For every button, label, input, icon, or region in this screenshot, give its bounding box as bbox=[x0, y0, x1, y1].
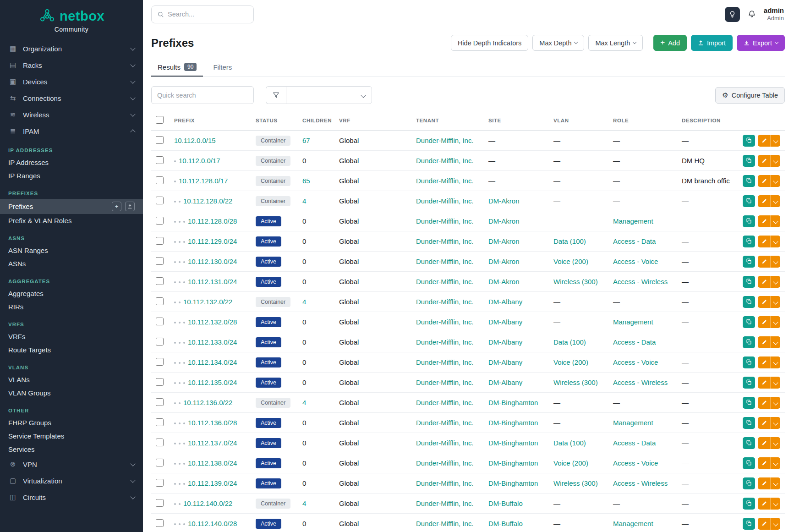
row-dropdown-button[interactable] bbox=[770, 256, 780, 268]
tenant-link[interactable]: Dunder-Mifflin, Inc. bbox=[416, 419, 474, 427]
column-header-vlan[interactable]: VLAN bbox=[549, 110, 608, 131]
role-link[interactable]: Management bbox=[613, 520, 653, 527]
role-link[interactable]: Access - Wireless bbox=[613, 479, 668, 487]
row-dropdown-button[interactable] bbox=[770, 417, 780, 429]
prefix-link[interactable]: 10.112.138.0/24 bbox=[188, 459, 237, 467]
clone-button[interactable] bbox=[743, 236, 755, 247]
site-link[interactable]: DM-Binghamton bbox=[488, 439, 538, 447]
filter-select[interactable] bbox=[286, 86, 372, 104]
tenant-link[interactable]: Dunder-Mifflin, Inc. bbox=[416, 338, 474, 346]
vlan-link[interactable]: Wireless (300) bbox=[553, 278, 598, 285]
clone-button[interactable] bbox=[743, 356, 755, 368]
vlan-link[interactable]: Data (100) bbox=[553, 338, 586, 346]
sidebar-item-aggregates[interactable]: Aggregates bbox=[0, 287, 143, 300]
role-link[interactable]: Management bbox=[613, 217, 653, 225]
sidebar-item-vlan-groups[interactable]: VLAN Groups bbox=[0, 386, 143, 400]
site-link[interactable]: DM-Akron bbox=[488, 278, 520, 285]
row-dropdown-button[interactable] bbox=[770, 175, 780, 187]
children-count-link[interactable]: 67 bbox=[302, 137, 310, 144]
edit-button[interactable] bbox=[758, 377, 770, 389]
row-dropdown-button[interactable] bbox=[770, 477, 780, 489]
row-select-checkbox[interactable] bbox=[156, 217, 164, 225]
site-link[interactable]: DM-Albany bbox=[488, 358, 522, 366]
clone-button[interactable] bbox=[743, 518, 755, 530]
edit-button[interactable] bbox=[758, 356, 770, 368]
row-select-checkbox[interactable] bbox=[156, 358, 164, 366]
role-link[interactable]: Access - Data bbox=[613, 338, 656, 346]
column-header-vrf[interactable]: VRF bbox=[334, 110, 411, 131]
row-dropdown-button[interactable] bbox=[770, 195, 780, 207]
row-select-checkbox[interactable] bbox=[156, 439, 164, 446]
tab-results[interactable]: Results 90 bbox=[151, 58, 203, 77]
edit-button[interactable] bbox=[758, 296, 770, 308]
site-link[interactable]: DM-Binghamton bbox=[488, 479, 538, 487]
site-link[interactable]: DM-Buffalo bbox=[488, 520, 523, 527]
role-link[interactable]: Management bbox=[613, 419, 653, 427]
site-link[interactable]: DM-Binghamton bbox=[488, 399, 538, 406]
column-header-children[interactable]: CHILDREN bbox=[298, 110, 334, 131]
edit-button[interactable] bbox=[758, 236, 770, 247]
prefix-link[interactable]: 10.112.139.0/24 bbox=[188, 479, 237, 487]
row-select-checkbox[interactable] bbox=[156, 297, 164, 305]
edit-button[interactable] bbox=[758, 437, 770, 449]
max-depth-dropdown[interactable]: Max Depth bbox=[532, 35, 584, 51]
tenant-link[interactable]: Dunder-Mifflin, Inc. bbox=[416, 157, 474, 165]
site-link[interactable]: DM-Akron bbox=[488, 237, 520, 245]
sidebar-item-route-targets[interactable]: Route Targets bbox=[0, 343, 143, 356]
import-button[interactable]: Import bbox=[691, 35, 733, 51]
edit-button[interactable] bbox=[758, 336, 770, 348]
sidebar-item-vpn[interactable]: ⊗ VPN bbox=[0, 456, 143, 472]
tenant-link[interactable]: Dunder-Mifflin, Inc. bbox=[416, 399, 474, 406]
clone-button[interactable] bbox=[743, 417, 755, 429]
column-header-site[interactable]: SITE bbox=[484, 110, 549, 131]
max-length-dropdown[interactable]: Max Length bbox=[588, 35, 643, 51]
vlan-link[interactable]: Data (100) bbox=[553, 439, 586, 447]
edit-button[interactable] bbox=[758, 316, 770, 328]
row-select-checkbox[interactable] bbox=[156, 499, 164, 507]
sidebar-item-wireless[interactable]: ≋ Wireless bbox=[0, 106, 143, 123]
tenant-link[interactable]: Dunder-Mifflin, Inc. bbox=[416, 298, 474, 306]
prefix-link[interactable]: 10.112.128.0/22 bbox=[183, 197, 232, 205]
prefix-link[interactable]: 10.112.132.0/22 bbox=[183, 298, 232, 306]
sidebar-add-prefix-button[interactable]: + bbox=[112, 202, 121, 211]
row-select-checkbox[interactable] bbox=[156, 156, 164, 164]
tenant-link[interactable]: Dunder-Mifflin, Inc. bbox=[416, 479, 474, 487]
notifications-button[interactable] bbox=[747, 10, 756, 19]
edit-button[interactable] bbox=[758, 175, 770, 187]
tenant-link[interactable]: Dunder-Mifflin, Inc. bbox=[416, 258, 474, 265]
tenant-link[interactable]: Dunder-Mifflin, Inc. bbox=[416, 439, 474, 447]
clone-button[interactable] bbox=[743, 397, 755, 409]
tenant-link[interactable]: Dunder-Mifflin, Inc. bbox=[416, 217, 474, 225]
edit-button[interactable] bbox=[758, 477, 770, 489]
column-header-description[interactable]: DESCRIPTION bbox=[677, 110, 730, 131]
column-header-tenant[interactable]: TENANT bbox=[411, 110, 484, 131]
prefix-link[interactable]: 10.112.135.0/24 bbox=[188, 378, 237, 386]
site-link[interactable]: DM-Binghamton bbox=[488, 459, 538, 467]
role-link[interactable]: Access - Voice bbox=[613, 459, 658, 467]
sidebar-item-vlans[interactable]: VLANs bbox=[0, 373, 143, 386]
prefix-link[interactable]: 10.112.140.0/22 bbox=[183, 499, 232, 507]
tenant-link[interactable]: Dunder-Mifflin, Inc. bbox=[416, 137, 474, 144]
row-select-checkbox[interactable] bbox=[156, 176, 164, 184]
row-select-checkbox[interactable] bbox=[156, 237, 164, 245]
row-dropdown-button[interactable] bbox=[770, 236, 780, 247]
row-select-checkbox[interactable] bbox=[156, 459, 164, 466]
export-dropdown[interactable]: Export bbox=[737, 35, 785, 51]
children-count-link[interactable]: 4 bbox=[302, 197, 306, 205]
row-select-checkbox[interactable] bbox=[156, 418, 164, 426]
edit-button[interactable] bbox=[758, 135, 770, 147]
tenant-link[interactable]: Dunder-Mifflin, Inc. bbox=[416, 177, 474, 185]
clone-button[interactable] bbox=[743, 477, 755, 489]
clone-button[interactable] bbox=[743, 377, 755, 389]
clone-button[interactable] bbox=[743, 498, 755, 510]
tenant-link[interactable]: Dunder-Mifflin, Inc. bbox=[416, 520, 474, 527]
prefix-link[interactable]: 10.112.130.0/24 bbox=[188, 258, 237, 265]
sidebar-item-fhrp-groups[interactable]: FHRP Groups bbox=[0, 416, 143, 429]
vlan-link[interactable]: Voice (200) bbox=[553, 258, 588, 265]
prefix-link[interactable]: 10.112.132.0/28 bbox=[188, 318, 237, 326]
row-dropdown-button[interactable] bbox=[770, 336, 780, 348]
sidebar-item-connections[interactable]: ⇆ Connections bbox=[0, 90, 143, 106]
row-dropdown-button[interactable] bbox=[770, 518, 780, 530]
sidebar-item-rirs[interactable]: RIRs bbox=[0, 300, 143, 313]
sidebar-item-ip-ranges[interactable]: IP Ranges bbox=[0, 169, 143, 182]
